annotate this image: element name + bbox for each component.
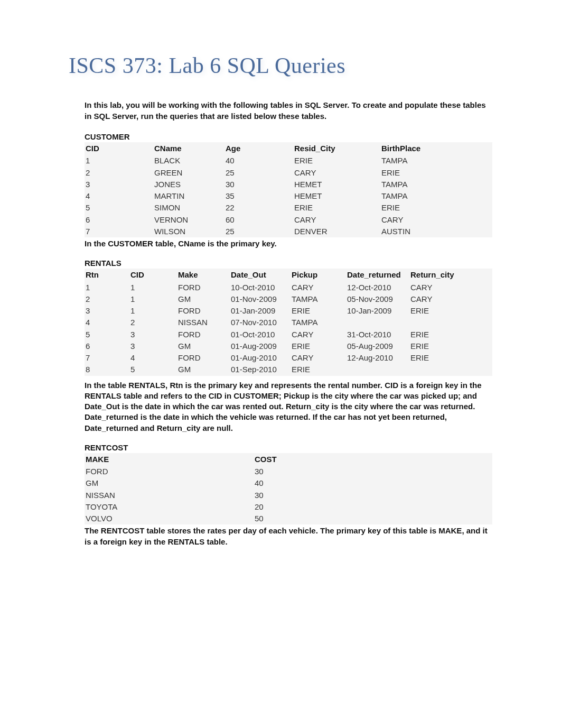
rentals-header: Date_Out <box>230 269 291 281</box>
rentals-header: Pickup <box>291 269 346 281</box>
table-row: 2 1 GM 01-Nov-2009 TAMPA 05-Nov-2009 CAR… <box>85 293 492 305</box>
rentals-header: Date_returned <box>346 269 409 281</box>
customer-header: BirthPlace <box>380 142 492 155</box>
table-row: 5 SIMON 22 ERIE ERIE <box>85 202 492 214</box>
rentals-note: In the table RENTALS, Rtn is the primary… <box>85 380 492 434</box>
rentcost-table: MAKE COST FORD 30 GM 40 NISSAN 30 TOYOTA… <box>85 453 492 525</box>
customer-header: CName <box>153 142 225 155</box>
customer-note: In the CUSTOMER table, CName is the prim… <box>85 238 492 249</box>
customer-header: Age <box>225 142 293 155</box>
table-row: 1 1 FORD 10-Oct-2010 CARY 12-Oct-2010 CA… <box>85 282 492 293</box>
table-row: FORD 30 <box>85 466 492 477</box>
rentcost-heading: RENTCOST <box>85 443 492 452</box>
customer-header: Resid_City <box>293 142 380 155</box>
table-row: VOLVO 50 <box>85 513 492 524</box>
table-row: NISSAN 30 <box>85 490 492 501</box>
rentcost-header: MAKE <box>85 453 254 466</box>
rentals-header: Rtn <box>85 269 129 281</box>
rentcost-header: COST <box>254 453 492 466</box>
customer-heading: CUSTOMER <box>85 132 492 141</box>
table-row: TOYOTA 20 <box>85 501 492 513</box>
table-row: 3 JONES 30 HEMET TAMPA <box>85 179 492 190</box>
table-row: 8 5 GM 01-Sep-2010 ERIE <box>85 364 492 375</box>
table-row: 7 4 FORD 01-Aug-2010 CARY 12-Aug-2010 ER… <box>85 352 492 364</box>
customer-header: CID <box>85 142 153 155</box>
table-row: 7 WILSON 25 DENVER AUSTIN <box>85 226 492 237</box>
rentals-heading: RENTALS <box>85 259 492 268</box>
table-row: 4 MARTIN 35 HEMET TAMPA <box>85 190 492 202</box>
page-title: ISCS 373: Lab 6 SQL Queries <box>69 53 492 78</box>
rentcost-note: The RENTCOST table stores the rates per … <box>85 526 492 547</box>
rentals-header: CID <box>129 269 177 281</box>
table-row: 4 2 NISSAN 07-Nov-2010 TAMPA <box>85 317 492 328</box>
customer-table: CID CName Age Resid_City BirthPlace 1 BL… <box>85 142 492 237</box>
table-row: 2 GREEN 25 CARY ERIE <box>85 167 492 179</box>
table-row: 6 VERNON 60 CARY CARY <box>85 214 492 226</box>
table-row: 3 1 FORD 01-Jan-2009 ERIE 10-Jan-2009 ER… <box>85 305 492 317</box>
intro-paragraph: In this lab, you will be working with th… <box>85 99 492 122</box>
table-row: 5 3 FORD 01-Oct-2010 CARY 31-Oct-2010 ER… <box>85 329 492 340</box>
rentals-header: Return_city <box>409 269 492 281</box>
table-row: 6 3 GM 01-Aug-2009 ERIE 05-Aug-2009 ERIE <box>85 340 492 352</box>
table-row: GM 40 <box>85 477 492 489</box>
rentals-header: Make <box>177 269 230 281</box>
table-row: 1 BLACK 40 ERIE TAMPA <box>85 155 492 167</box>
rentals-table: Rtn CID Make Date_Out Pickup Date_return… <box>85 269 492 375</box>
